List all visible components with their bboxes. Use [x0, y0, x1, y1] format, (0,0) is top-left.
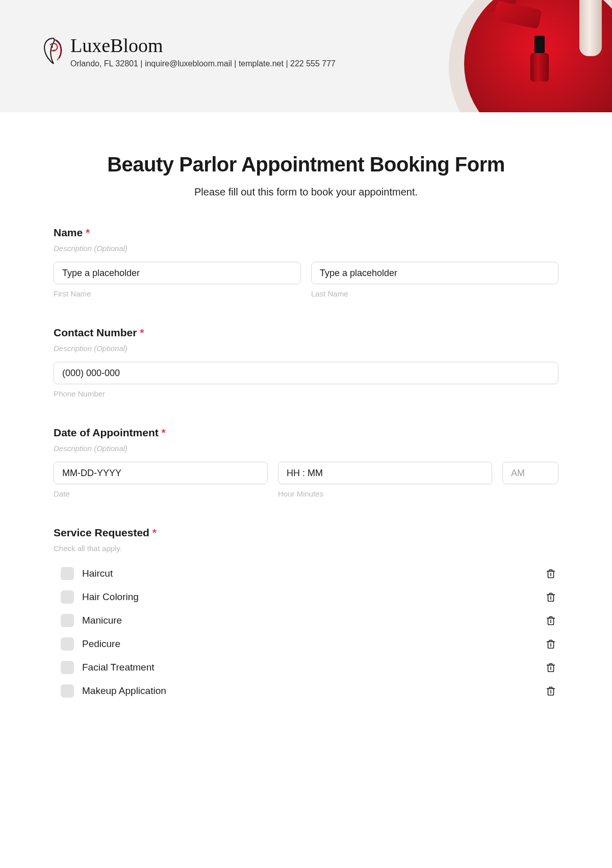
trash-icon[interactable]: [545, 568, 556, 579]
lotion-bottle-graphic: [579, 0, 602, 56]
service-row: Hair Coloring: [54, 585, 558, 609]
service-option-label: Makeup Application: [82, 685, 545, 697]
service-checkbox[interactable]: [61, 637, 74, 651]
appointment-label-text: Date of Appointment: [54, 427, 159, 438]
service-checkbox[interactable]: [61, 567, 74, 580]
required-icon: *: [140, 327, 144, 338]
header-banner: LuxeBloom Orlando, FL 32801 | inquire@lu…: [0, 0, 612, 112]
service-list: HaircutHair ColoringManicurePedicureFaci…: [54, 562, 558, 703]
brand-contact-info: Orlando, FL 32801 | inquire@luxebloom.ma…: [70, 59, 336, 68]
appointment-label: Date of Appointment *: [54, 427, 558, 439]
field-appointment: Date of Appointment * Description (Optio…: [54, 427, 558, 498]
service-label-text: Service Requested: [54, 527, 149, 538]
service-checkbox[interactable]: [61, 614, 74, 627]
phone-input[interactable]: [54, 362, 558, 384]
name-label-text: Name: [54, 227, 83, 238]
brand-logo-icon: [41, 36, 66, 66]
contact-description[interactable]: Description (Optional): [54, 344, 558, 353]
brand-name: LuxeBloom: [70, 36, 336, 55]
page-subtitle: Please fill out this form to book your a…: [54, 186, 558, 198]
service-help: Check all that apply.: [54, 544, 558, 553]
last-name-sublabel: Last Name: [311, 289, 558, 298]
service-checkbox[interactable]: [61, 590, 74, 604]
trash-icon[interactable]: [545, 591, 556, 603]
field-name: Name * Description (Optional) First Name…: [54, 227, 558, 298]
logo-block: LuxeBloom Orlando, FL 32801 | inquire@lu…: [41, 36, 336, 68]
service-row: Manicure: [54, 609, 558, 632]
contact-label-text: Contact Number: [54, 327, 137, 338]
trash-icon[interactable]: [545, 685, 556, 697]
nail-polish-graphic: [530, 36, 549, 82]
last-name-input[interactable]: [311, 262, 558, 284]
date-input[interactable]: [54, 462, 268, 484]
hero-image: [464, 0, 612, 112]
time-input[interactable]: [278, 462, 492, 484]
required-icon: *: [162, 427, 166, 438]
first-name-sublabel: First Name: [54, 289, 301, 298]
trash-icon[interactable]: [545, 615, 556, 626]
name-label: Name *: [54, 227, 558, 239]
svg-point-0: [51, 46, 53, 47]
service-checkbox[interactable]: [61, 661, 74, 674]
appointment-description[interactable]: Description (Optional): [54, 444, 558, 453]
required-icon: *: [152, 527, 157, 538]
page-title: Beauty Parlor Appointment Booking Form: [54, 153, 558, 176]
first-name-input[interactable]: [54, 262, 301, 284]
date-sublabel: Date: [54, 489, 268, 498]
field-contact: Contact Number * Description (Optional) …: [54, 327, 558, 398]
service-option-label: Manicure: [82, 615, 545, 626]
name-description[interactable]: Description (Optional): [54, 244, 558, 253]
contact-label: Contact Number *: [54, 327, 558, 339]
service-option-label: Facial Treatment: [82, 662, 545, 673]
service-row: Haircut: [54, 562, 558, 585]
service-row: Facial Treatment: [54, 656, 558, 679]
field-service: Service Requested * Check all that apply…: [54, 527, 558, 703]
required-icon: *: [86, 227, 90, 238]
phone-sublabel: Phone Number: [54, 389, 558, 398]
ampm-select[interactable]: [502, 462, 558, 484]
form-container: Beauty Parlor Appointment Booking Form P…: [0, 112, 612, 723]
service-option-label: Pedicure: [82, 638, 545, 650]
service-label: Service Requested *: [54, 527, 558, 539]
service-checkbox[interactable]: [61, 684, 74, 698]
trash-icon[interactable]: [545, 638, 556, 650]
service-option-label: Haircut: [82, 568, 545, 579]
trash-icon[interactable]: [545, 662, 556, 673]
service-option-label: Hair Coloring: [82, 591, 545, 603]
service-row: Makeup Application: [54, 679, 558, 703]
time-sublabel: Hour Minutes: [278, 489, 492, 498]
service-row: Pedicure: [54, 632, 558, 656]
